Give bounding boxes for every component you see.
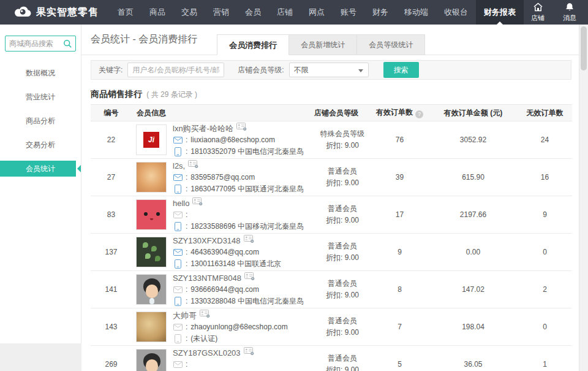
main-content: 会员统计 - 会员消费排行 会员消费排行 会员新增统计 会员等级统计 关键字: …: [81, 25, 579, 371]
nav-item-shop[interactable]: 店铺: [269, 0, 301, 25]
col-valid-orders-label: 有效订单数: [376, 108, 413, 117]
nav-item-trade[interactable]: 交易: [173, 0, 205, 25]
member-card-icon[interactable]: [244, 272, 255, 283]
shop-tool-label: 店铺: [531, 13, 545, 23]
member-avatar: [136, 312, 167, 342]
table-row: 137 SZY130XFXD3148: [91, 234, 572, 271]
valid-orders: 76: [371, 121, 429, 159]
shop-tool[interactable]: 店铺: [524, 2, 552, 23]
member-name: SZY130XFXD3148: [173, 235, 241, 246]
tab-consume-ranking[interactable]: 会员消费排行: [217, 34, 289, 55]
phone-icon: [173, 185, 183, 194]
sidebar-item-goods-analysis[interactable]: 商品分析: [0, 113, 81, 129]
contact-separator: :: [186, 296, 187, 307]
contact-separator: :: [186, 221, 187, 232]
member-phone: 13303288048 中国电信河北秦皇岛: [190, 296, 304, 307]
member-email: liuxiaona@68ecshop.com: [190, 135, 275, 145]
invalid-orders: 16: [518, 159, 572, 196]
invalid-orders: 9: [518, 196, 572, 234]
email-icon: [173, 174, 183, 181]
table-row: 27 l2s,: [91, 159, 572, 196]
member-avatar: [136, 349, 167, 371]
nav-item-marketing[interactable]: 营销: [205, 0, 237, 25]
table-row: 22 Ji lxn购买者-哈哈哈: [91, 121, 572, 159]
contact-separator: :: [186, 172, 187, 183]
invalid-orders: 24: [518, 121, 572, 159]
tab-member-level-stats[interactable]: 会员等级统计: [357, 34, 425, 55]
member-id: 27: [91, 159, 132, 196]
sidebar-item-trade-analysis[interactable]: 交易分析: [0, 137, 81, 153]
nav-item-cashier[interactable]: 收银台: [436, 0, 476, 25]
member-level: 特殊会员等级: [314, 128, 371, 140]
member-name: l2s,: [173, 161, 185, 171]
email-icon: [173, 361, 183, 368]
col-valid-orders: 有效订单数?: [371, 105, 429, 121]
phone-icon: [173, 147, 183, 156]
member-discount: 折扣: 9.00: [314, 252, 371, 264]
valid-amount: 2197.66: [429, 196, 518, 234]
nav-item-home[interactable]: 首页: [110, 0, 141, 25]
member-info: 大帅哥: [173, 310, 288, 344]
member-card-icon[interactable]: [236, 123, 247, 134]
nav-item-goods[interactable]: 商品: [141, 0, 173, 25]
member-avatar: [136, 237, 167, 267]
member-avatar: Ji: [136, 124, 167, 155]
member-level: 普通会员: [314, 278, 371, 289]
cloud-logo-icon: [13, 5, 32, 20]
col-member-level: 店铺会员等级: [309, 105, 371, 121]
member-card-icon[interactable]: [244, 235, 254, 246]
scrollbar-thumb[interactable]: [581, 26, 587, 71]
phone-icon: [173, 334, 183, 343]
valid-amount: 3052.92: [429, 121, 518, 159]
nav-item-outlets[interactable]: 网点: [301, 0, 333, 25]
sidebar-item-business-stats[interactable]: 营业统计: [0, 89, 81, 105]
contact-separator: :: [186, 359, 187, 370]
messages-tool[interactable]: 消息: [556, 2, 584, 23]
member-card-icon[interactable]: [192, 197, 203, 208]
contact-separator: :: [186, 334, 187, 344]
keyword-input[interactable]: [127, 63, 224, 77]
member-card-icon[interactable]: [188, 160, 198, 171]
search-button[interactable]: 搜索: [383, 62, 419, 78]
messages-tool-label: 消息: [563, 13, 576, 23]
member-discount: 折扣: 9.00: [314, 215, 371, 226]
valid-orders: 39: [371, 159, 429, 196]
member-email: 464363904@qq.com: [190, 247, 259, 258]
member-name: 大帅哥: [173, 310, 197, 321]
member-discount: 折扣: 9.00: [314, 177, 371, 189]
nav-item-finance-report[interactable]: 财务报表: [476, 0, 524, 25]
member-phone: 18233588696 中国移动河北秦皇岛: [190, 221, 304, 232]
nav-item-mobile[interactable]: 移动端: [396, 0, 436, 25]
member-id: 22: [91, 121, 132, 159]
search-icon[interactable]: [63, 39, 72, 50]
vertical-scrollbar[interactable]: [579, 25, 588, 371]
member-level-selected-value: 不限: [294, 66, 309, 74]
record-count: ( 共 29 条记录 ): [146, 90, 197, 99]
tab-new-member-stats[interactable]: 会员新增统计: [289, 34, 357, 55]
filter-bar: 关键字: 店铺会员等级: 不限 搜索: [91, 60, 571, 80]
phone-icon: [173, 297, 183, 306]
member-level-select[interactable]: 不限: [289, 63, 369, 77]
shop-icon: [533, 2, 543, 13]
help-icon[interactable]: ?: [415, 110, 423, 118]
chevron-down-icon: [358, 69, 363, 72]
table-header-row: 编号 会员信息 店铺会员等级 有效订单数? 有效订单金额 (元) 无效订单数: [91, 105, 572, 121]
sidebar-item-member-stats[interactable]: 会员统计: [0, 161, 81, 177]
contact-separator: :: [186, 184, 187, 194]
member-email: zhaoyunlong@68ecshop.com: [190, 322, 287, 332]
sidebar-item-data-overview[interactable]: 数据概况: [0, 65, 81, 81]
nav-item-account[interactable]: 账号: [333, 0, 364, 25]
email-icon: [173, 286, 183, 293]
brand[interactable]: 果实智慧零售: [0, 0, 110, 25]
nav-item-finance[interactable]: 财务: [364, 0, 396, 25]
col-id: 编号: [91, 105, 132, 121]
brand-title: 果实智慧零售: [36, 6, 99, 19]
member-card-icon[interactable]: [244, 347, 254, 358]
page-header: 会员统计 - 会员消费排行 会员消费排行 会员新增统计 会员等级统计: [81, 25, 579, 55]
member-card-icon[interactable]: [200, 310, 210, 321]
nav-item-members[interactable]: 会员: [237, 0, 269, 25]
member-level: 普通会员: [314, 166, 371, 177]
col-valid-amount: 有效订单金额 (元): [429, 105, 518, 121]
member-avatar: [136, 199, 167, 230]
email-icon: [173, 137, 183, 143]
